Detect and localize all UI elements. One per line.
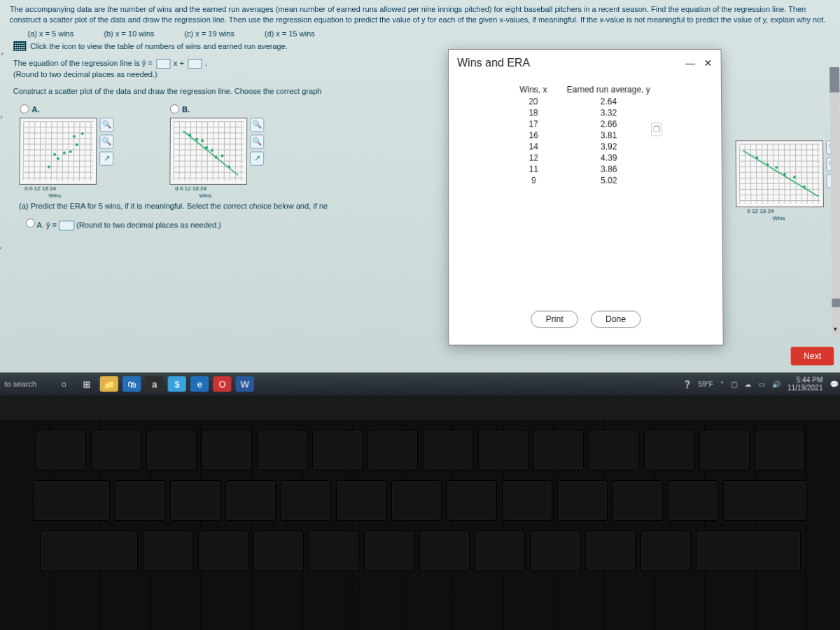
predict-a-input[interactable]	[59, 220, 74, 230]
svg-point-7	[48, 165, 50, 168]
notifications-icon[interactable]: 💬	[830, 380, 839, 388]
svg-line-8	[183, 131, 238, 175]
modal-close-icon[interactable]: ✕	[704, 57, 713, 69]
tray-screen-icon[interactable]: ▢	[731, 380, 737, 388]
search-placeholder[interactable]: to search	[4, 379, 36, 388]
app1-icon[interactable]: a	[145, 376, 163, 391]
table-icon	[13, 41, 26, 51]
table-row: 172.66	[510, 118, 660, 130]
svg-line-17	[743, 150, 818, 196]
radio-predict-a[interactable]	[26, 218, 35, 227]
svg-point-22	[793, 176, 796, 178]
section-chevron-1[interactable]: ›	[1, 49, 4, 57]
tray-sound-icon[interactable]: 🔊	[772, 380, 780, 388]
tray-chevron-icon[interactable]: ˄	[720, 380, 724, 388]
tray-date: 11/19/2021	[788, 384, 823, 391]
graph-option-cut: RA 6 12 18 24 Wins 🔍 🔍 ↗	[736, 140, 839, 207]
xlabel-cut: Wins	[773, 215, 785, 221]
radio-a[interactable]	[20, 104, 29, 113]
store-icon[interactable]: 🛍	[122, 376, 141, 391]
taskview-icon[interactable]: ⊞	[78, 376, 96, 391]
modal-titlebar: Wins and ERA — ✕	[449, 50, 721, 83]
graph-option-b: B. ERA 0 6 12 18 24 Wins	[169, 102, 264, 185]
weather-widget[interactable]: 59°F	[698, 380, 713, 388]
svg-point-16	[227, 165, 230, 168]
scrollbar[interactable]: ▾	[830, 67, 840, 335]
modal-title: Wins and ERA	[457, 57, 530, 69]
cortana-icon[interactable]: ○	[55, 376, 73, 391]
data-table: Wins, x Earned run average, y 202.64 183…	[510, 83, 660, 186]
svg-point-4	[63, 151, 66, 154]
edge-icon[interactable]: e	[190, 376, 209, 391]
table-link-label: Click the icon to view the table of numb…	[30, 42, 287, 50]
svg-point-10	[195, 138, 198, 141]
xlabel-a: Wins	[48, 192, 61, 199]
table-row: 143.92	[510, 141, 660, 152]
opera-icon[interactable]: O	[213, 376, 231, 391]
table-row: 95.02	[510, 175, 661, 186]
xticks-a: 0 6 12 18 24	[24, 186, 56, 192]
xticks-b: 0 6 12 18 24	[175, 186, 206, 192]
xticks-cut: 6 12 18 24	[747, 208, 774, 214]
predict-a-suffix: (Round to two decimal places as needed.)	[76, 220, 221, 229]
app2-icon[interactable]: $	[168, 376, 186, 391]
section-chevron-2[interactable]: ›	[0, 112, 3, 120]
opt-a-text: (a) x = 5 wins	[27, 29, 74, 38]
popout-a[interactable]: ↗	[99, 151, 113, 165]
app-screen: The accompanying data are the number of …	[0, 0, 840, 396]
print-button[interactable]: Print	[531, 311, 578, 328]
xlabel-b: Wins	[199, 192, 211, 199]
scrollbar-thumb2[interactable]	[832, 299, 840, 307]
modal-minimize-icon[interactable]: —	[685, 57, 695, 69]
svg-point-20	[775, 166, 778, 169]
table-row: 183.32	[510, 107, 660, 118]
tray-cloud-icon[interactable]: ☁	[744, 380, 751, 388]
word-icon[interactable]: W	[236, 376, 254, 391]
col1-header: Wins, x	[510, 83, 557, 96]
svg-point-14	[215, 155, 218, 158]
eq-mid: x +	[174, 59, 184, 67]
popout-b[interactable]: ↗	[250, 151, 264, 165]
table-row: 124.39	[510, 153, 660, 164]
svg-point-19	[766, 163, 769, 166]
col2-header: Earned run average, y	[557, 83, 660, 96]
scrollbar-thumb[interactable]	[830, 67, 839, 92]
explorer-icon[interactable]: 📁	[100, 376, 118, 391]
slope-input[interactable]	[156, 59, 170, 69]
eq-suffix: .	[205, 59, 207, 67]
eq-prefix: The equation of the regression line is ŷ…	[13, 59, 153, 67]
x-value-options: (a) x = 5 wins (b) x = 10 wins (c) x = 1…	[0, 28, 840, 39]
svg-point-2	[73, 135, 76, 138]
next-button[interactable]: Next	[791, 347, 834, 365]
svg-point-9	[188, 134, 191, 136]
svg-point-23	[803, 186, 806, 188]
svg-point-3	[69, 150, 72, 153]
keyboard-physical	[0, 420, 840, 630]
svg-point-12	[205, 146, 208, 149]
mini-graph-a	[19, 118, 97, 185]
mini-graph-b	[169, 118, 247, 185]
scroll-down-arrow[interactable]: ▾	[834, 325, 837, 332]
svg-point-13	[211, 148, 214, 151]
svg-point-6	[53, 153, 56, 155]
done-button[interactable]: Done	[591, 311, 640, 328]
taskbar: to search ○ ⊞ 📁 🛍 a $ e O W ❔ 59°F ˄ ▢ ☁…	[0, 372, 840, 396]
intercept-input[interactable]	[188, 59, 202, 69]
section-chevron-3[interactable]: ›	[0, 244, 1, 252]
tray-battery-icon[interactable]: ▭	[758, 380, 764, 388]
opt-d-text: (d) x = 15 wins	[265, 29, 315, 38]
copy-icon[interactable]: ❐	[651, 122, 662, 136]
zoom-in-b[interactable]: 🔍	[250, 118, 264, 132]
help-tray-icon[interactable]: ❔	[682, 380, 691, 388]
graph-option-a: A. ERA 0 6 12 18 24 Wins	[19, 102, 114, 185]
radio-b[interactable]	[170, 104, 179, 113]
zoom-in-a[interactable]: 🔍	[100, 118, 114, 132]
svg-point-11	[201, 139, 204, 142]
table-row: 202.64	[510, 96, 660, 107]
svg-point-15	[221, 154, 224, 157]
zoom-out-b[interactable]: 🔍	[250, 134, 264, 148]
zoom-out-a[interactable]: 🔍	[99, 134, 113, 148]
data-modal: Wins and ERA — ✕ ❐ Wins, x Earned run av…	[448, 49, 724, 346]
tray-time: 5:44 PM	[788, 376, 823, 384]
svg-point-1	[76, 144, 78, 146]
